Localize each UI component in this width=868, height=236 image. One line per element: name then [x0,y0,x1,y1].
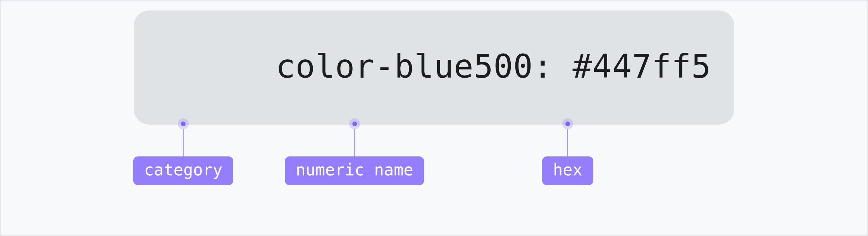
token-string-pill: color-blue500: #447ff5 [134,10,734,125]
diagram-frame: color-blue500: #447ff5 category numeric … [0,0,868,236]
token-string-text: color-blue500: #447ff5 [276,47,711,85]
annotations-row: category numeric name hex [134,125,734,202]
callout-dot-icon [349,118,360,129]
annotation-label-hex: hex [542,156,593,185]
callout-stem [567,129,568,156]
callout-dot-icon [178,118,189,129]
annotation-hex: hex [542,118,593,185]
annotation-label-category: category [133,156,233,185]
callout-dot-core-icon [352,121,357,126]
annotation-numeric-name: numeric name [285,118,424,185]
callout-dot-core-icon [565,121,570,126]
callout-dot-core-icon [181,121,186,126]
callout-stem [183,129,184,156]
callout-dot-icon [562,118,573,129]
diagram-stack: color-blue500: #447ff5 category numeric … [134,10,734,202]
annotation-label-numeric-name: numeric name [285,156,424,185]
callout-stem [354,129,355,156]
annotation-category: category [133,118,233,185]
